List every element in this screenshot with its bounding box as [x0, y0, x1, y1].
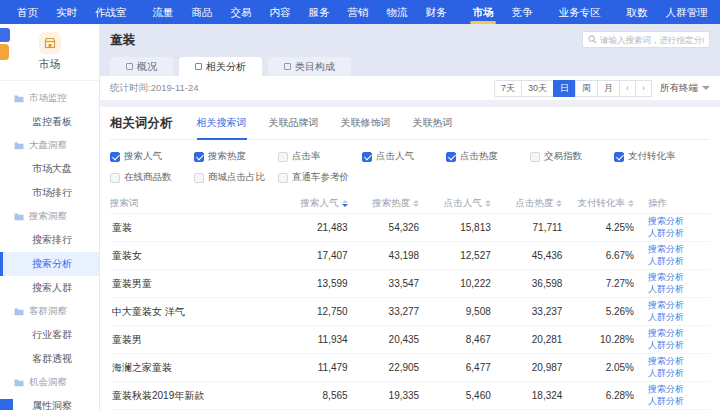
sort-icon[interactable] — [485, 200, 491, 207]
sidebar-item-market-overview[interactable]: 市场大盘 — [0, 157, 99, 181]
checkbox-unchecked-icon[interactable] — [278, 152, 288, 162]
nav-item-realtime[interactable]: 实时 — [47, 0, 86, 24]
audience-analysis-link[interactable]: 人群分析 — [648, 284, 710, 296]
sort-icon[interactable] — [556, 200, 562, 207]
metric-click-heat[interactable]: 点击热度 — [446, 150, 530, 163]
nav-item-service[interactable]: 服务 — [300, 0, 339, 24]
audience-analysis-link[interactable]: 人群分析 — [648, 396, 710, 408]
nav-item-academy[interactable]: 学院 — [717, 0, 720, 24]
nav-item-data-fetch[interactable]: 取数 — [618, 0, 657, 24]
nav-item-market[interactable]: 市场 — [464, 0, 503, 24]
audience-analysis-link[interactable]: 人群分析 — [648, 340, 710, 352]
audience-analysis-link[interactable]: 人群分析 — [648, 228, 710, 240]
nav-item-finance[interactable]: 财务 — [417, 0, 456, 24]
search-analysis-link[interactable]: 搜索分析 — [648, 300, 710, 312]
sidebar-item-monitor-board[interactable]: 监控看板 — [0, 110, 99, 134]
search-analysis-link[interactable]: 搜索分析 — [648, 216, 710, 228]
shop-icon — [44, 37, 56, 49]
nav-item-business-zone[interactable]: 业务专区 — [550, 0, 610, 24]
tab-related-analysis[interactable]: 相关分析 — [179, 57, 262, 76]
col-pay-conversion[interactable]: 支付转化率 — [566, 197, 638, 210]
tab-category-composition[interactable]: 类目构成 — [268, 57, 351, 76]
checkbox-checked-icon[interactable] — [446, 152, 456, 162]
nav-item-content[interactable]: 内容 — [261, 0, 300, 24]
metric-pay-conversion[interactable]: 支付转化率 — [614, 150, 698, 163]
nav-item-competition[interactable]: 竞争 — [503, 0, 542, 24]
metric-online-items[interactable]: 在线商品数 — [110, 171, 194, 184]
checkbox-unchecked-icon[interactable] — [194, 173, 204, 183]
checkbox-unchecked-icon[interactable] — [278, 173, 288, 183]
value-cell: 45,436 — [495, 250, 567, 261]
metric-trade-index[interactable]: 交易指数 — [530, 150, 614, 163]
sidebar-item-market-ranking[interactable]: 市场排行 — [0, 181, 99, 205]
terminal-filter-dropdown[interactable]: 所有终端 — [660, 82, 710, 95]
sidebar-item-search-analysis[interactable]: 搜索分析 — [0, 252, 99, 276]
nav-item-marketing[interactable]: 营销 — [339, 0, 378, 24]
table-row: 海澜之家童装 11,479 22,905 6,477 20,987 2.05% … — [110, 354, 710, 382]
col-search-heat[interactable]: 搜索热度 — [352, 197, 424, 210]
nav-item-traffic[interactable]: 流量 — [144, 0, 183, 24]
nav-item-audience-mgmt[interactable]: 人群管理 — [657, 0, 717, 24]
nav-item-home[interactable]: 首页 — [8, 0, 47, 24]
value-cell: 43,198 — [352, 250, 424, 261]
prev-date-button[interactable]: ‹ — [619, 80, 636, 97]
search-analysis-link[interactable]: 搜索分析 — [648, 328, 710, 340]
checkbox-checked-icon[interactable] — [614, 152, 624, 162]
sidebar-item-search-audience[interactable]: 搜索人群 — [0, 276, 99, 300]
search-analysis-link[interactable]: 搜索分析 — [648, 244, 710, 256]
checkbox-checked-icon[interactable] — [362, 152, 372, 162]
sort-desc-icon[interactable] — [342, 200, 348, 207]
col-click-popularity[interactable]: 点击人气 — [423, 197, 495, 210]
audience-analysis-link[interactable]: 人群分析 — [648, 256, 710, 268]
search-analysis-link[interactable]: 搜索分析 — [648, 272, 710, 284]
audience-analysis-link[interactable]: 人群分析 — [648, 312, 710, 324]
range-month-button[interactable]: 月 — [597, 80, 620, 97]
metric-search-heat[interactable]: 搜索热度 — [194, 150, 278, 163]
range-30d-button[interactable]: 30天 — [521, 80, 554, 97]
nav-item-goods[interactable]: 商品 — [183, 0, 222, 24]
value-cell: 21,483 — [280, 222, 352, 233]
sort-icon[interactable] — [413, 200, 419, 207]
tab-related-search-words[interactable]: 相关搜索词 — [197, 116, 247, 132]
audience-analysis-link[interactable]: 人群分析 — [648, 368, 710, 380]
sidebar-item-industry-audience[interactable]: 行业客群 — [0, 323, 99, 347]
folder-icon — [14, 94, 24, 103]
metric-search-popularity[interactable]: 搜索人气 — [110, 150, 194, 163]
checkbox-unchecked-icon[interactable] — [110, 173, 120, 183]
tab-overview[interactable]: 概况 — [110, 57, 173, 76]
keyword-cell: 中大童装女 洋气 — [110, 305, 280, 319]
col-search-popularity[interactable]: 搜索人气 — [280, 197, 352, 210]
keyword-cell: 童装男童 — [110, 277, 280, 291]
range-day-button[interactable]: 日 — [553, 80, 576, 97]
keyword-search-box[interactable] — [582, 31, 710, 48]
floating-widget[interactable] — [0, 399, 13, 410]
metric-click-popularity[interactable]: 点击人气 — [362, 150, 446, 163]
search-analysis-link[interactable]: 搜索分析 — [648, 356, 710, 368]
tab-related-hot-words[interactable]: 关联热词 — [413, 116, 453, 132]
metric-mall-click-share[interactable]: 商城点击占比 — [194, 171, 278, 184]
sidebar-item-search-ranking[interactable]: 搜索排行 — [0, 228, 99, 252]
keyword-cell: 童装女 — [110, 249, 280, 263]
metric-ztc-ref-price[interactable]: 直通车参考价 — [278, 171, 362, 184]
tab-related-brand-words[interactable]: 关联品牌词 — [269, 116, 319, 132]
sidebar-item-attribute-insight[interactable]: 属性洞察 — [0, 394, 99, 410]
checkbox-checked-icon[interactable] — [194, 152, 204, 162]
collapsed-tag[interactable] — [0, 44, 9, 60]
value-cell: 33,277 — [352, 306, 424, 317]
search-input[interactable] — [600, 35, 704, 45]
checkbox-checked-icon[interactable] — [110, 152, 120, 162]
sidebar-item-audience-perspective[interactable]: 客群透视 — [0, 347, 99, 371]
nav-item-trade[interactable]: 交易 — [222, 0, 261, 24]
tab-related-modifier-words[interactable]: 关联修饰词 — [341, 116, 391, 132]
col-click-heat[interactable]: 点击热度 — [495, 197, 567, 210]
nav-item-logistics[interactable]: 物流 — [378, 0, 417, 24]
next-date-button[interactable]: › — [635, 80, 652, 97]
metric-click-rate[interactable]: 点击率 — [278, 150, 362, 163]
range-7d-button[interactable]: 7天 — [494, 80, 522, 97]
search-analysis-link[interactable]: 搜索分析 — [648, 384, 710, 396]
range-week-button[interactable]: 周 — [575, 80, 598, 97]
main-content: 童装 概况 相关分析 类目构成 统计时间:2019-11- — [100, 24, 720, 410]
checkbox-unchecked-icon[interactable] — [530, 152, 540, 162]
nav-item-warroom[interactable]: 作战室 — [86, 0, 136, 24]
sort-icon[interactable] — [628, 200, 634, 207]
